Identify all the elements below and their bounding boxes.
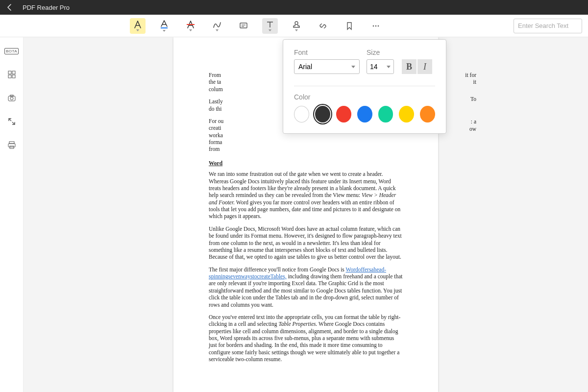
font-label: Font [294,49,360,56]
svg-point-8 [373,25,374,26]
svg-rect-11 [8,71,11,74]
stamp-icon [292,21,301,28]
svg-rect-2 [240,23,247,28]
workspace: BOTA Fromthe tacolum Lastlydo thi For ou… [0,37,588,392]
snapshot-button[interactable] [5,91,19,105]
chevron-down-icon [387,66,391,68]
color-swatches [294,106,435,122]
svg-rect-18 [9,142,14,144]
thumbnails-button[interactable] [5,68,19,81]
size-label: Size [367,49,394,56]
text-t-icon [266,21,274,28]
text-style-popup: Font Arial Size 14 B I [283,39,446,134]
bold-button[interactable]: B [402,59,416,74]
underline-tool[interactable] [156,18,172,34]
font-select-value: Arial [298,63,312,71]
color-swatch[interactable] [294,106,309,122]
camera-icon [7,94,16,102]
more-horizontal-icon [371,22,380,30]
color-swatch[interactable] [336,106,351,122]
bota-toggle[interactable]: BOTA [5,44,19,58]
link-tool[interactable] [315,18,331,34]
section-heading-word: Word [209,160,403,167]
color-swatch[interactable] [420,106,435,122]
color-swatch[interactable] [315,106,330,122]
svg-rect-12 [12,71,15,74]
chevron-down-icon [351,66,355,68]
search-wrap [514,19,582,33]
strikethrough-tool[interactable] [183,18,198,34]
size-select-value: 14 [370,63,378,71]
highlight-a-icon [133,21,142,28]
arrow-left-icon [6,3,14,11]
fullscreen-button[interactable] [5,115,19,128]
bookmark-icon [345,22,353,30]
svg-point-16 [10,97,13,100]
svg-point-10 [378,25,379,26]
color-swatch[interactable] [399,106,414,122]
print-icon [7,141,16,149]
ink-tool[interactable] [209,18,225,34]
highlight-tool[interactable] [130,18,146,34]
side-strip: BOTA [0,37,24,392]
annotation-toolbar [0,15,588,37]
font-select[interactable]: Arial [294,59,360,74]
expand-icon [7,117,16,126]
divider [294,86,435,86]
search-input[interactable] [514,19,582,33]
grid-icon [7,70,16,79]
color-swatch[interactable] [357,106,372,122]
text-tool[interactable] [262,18,278,34]
svg-point-9 [375,25,377,26]
color-label: Color [294,93,435,101]
bookmark-tool[interactable] [342,18,357,34]
app-title: PDF Reader Pro [23,4,70,11]
ink-icon [213,21,221,28]
color-swatch[interactable] [378,106,393,122]
italic-button[interactable]: I [417,59,432,74]
svg-point-7 [295,22,298,24]
link-icon [318,22,327,30]
print-button[interactable] [5,138,19,152]
size-select[interactable]: 14 [367,59,394,74]
svg-rect-19 [8,144,15,147]
svg-rect-13 [8,75,11,78]
page-peek-text: it for it To : a ow [447,72,476,132]
more-tool[interactable] [368,18,384,34]
stamp-tool[interactable] [289,18,304,34]
document-canvas[interactable]: Fromthe tacolum Lastlydo thi For oucreat… [24,37,588,392]
svg-rect-14 [12,75,15,78]
note-icon [239,22,248,30]
underline-a-icon [160,20,169,29]
titlebar: PDF Reader Pro [0,0,588,15]
note-tool[interactable] [236,18,251,34]
back-button[interactable] [4,1,16,13]
strikethrough-a-icon [186,21,195,28]
